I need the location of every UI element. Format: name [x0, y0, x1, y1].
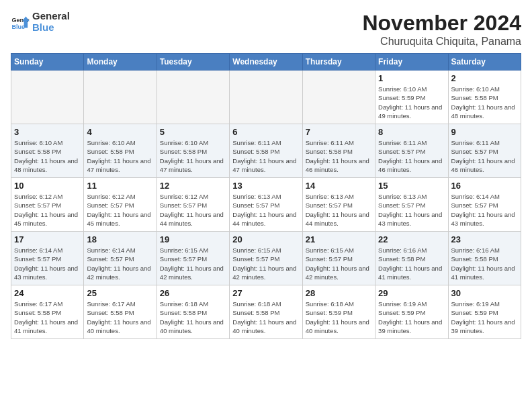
calendar-cell: 8Sunrise: 6:11 AM Sunset: 5:57 PM Daylig… [375, 124, 448, 178]
calendar-cell: 10Sunrise: 6:12 AM Sunset: 5:57 PM Dayli… [11, 178, 84, 232]
day-number: 20 [232, 234, 299, 244]
day-info: Sunrise: 6:18 AM Sunset: 5:58 PM Dayligh… [160, 300, 226, 335]
day-info: Sunrise: 6:19 AM Sunset: 5:59 PM Dayligh… [378, 300, 445, 335]
day-info: Sunrise: 6:15 AM Sunset: 5:57 PM Dayligh… [306, 246, 372, 281]
calendar-cell: 22Sunrise: 6:16 AM Sunset: 5:58 PM Dayli… [375, 232, 448, 285]
logo-icon: General Blue [11, 13, 30, 32]
weekday-header-sunday: Sunday [11, 54, 84, 71]
calendar-body: 1Sunrise: 6:10 AM Sunset: 5:59 PM Daylig… [11, 71, 521, 339]
day-number: 16 [451, 181, 518, 191]
calendar-cell [302, 71, 375, 124]
day-number: 15 [378, 181, 445, 191]
calendar-week-1: 1Sunrise: 6:10 AM Sunset: 5:59 PM Daylig… [11, 71, 521, 124]
day-info: Sunrise: 6:13 AM Sunset: 5:57 PM Dayligh… [232, 192, 299, 228]
calendar-header-row: SundayMondayTuesdayWednesdayThursdayFrid… [11, 54, 521, 71]
calendar-cell: 23Sunrise: 6:16 AM Sunset: 5:58 PM Dayli… [448, 232, 521, 285]
day-info: Sunrise: 6:14 AM Sunset: 5:57 PM Dayligh… [451, 192, 518, 228]
day-info: Sunrise: 6:11 AM Sunset: 5:57 PM Dayligh… [378, 138, 445, 174]
day-info: Sunrise: 6:10 AM Sunset: 5:58 PM Dayligh… [160, 138, 226, 174]
calendar-cell: 4Sunrise: 6:10 AM Sunset: 5:58 PM Daylig… [84, 124, 157, 178]
calendar-cell: 11Sunrise: 6:12 AM Sunset: 5:57 PM Dayli… [84, 178, 157, 232]
calendar-cell: 3Sunrise: 6:10 AM Sunset: 5:58 PM Daylig… [11, 124, 84, 178]
calendar-cell: 12Sunrise: 6:12 AM Sunset: 5:57 PM Dayli… [157, 178, 229, 232]
day-info: Sunrise: 6:13 AM Sunset: 5:57 PM Dayligh… [378, 192, 445, 228]
calendar-cell: 5Sunrise: 6:10 AM Sunset: 5:58 PM Daylig… [157, 124, 229, 178]
day-number: 24 [14, 288, 81, 298]
logo-blue: Blue [32, 22, 70, 34]
calendar-cell [157, 71, 229, 124]
day-info: Sunrise: 6:10 AM Sunset: 5:59 PM Dayligh… [378, 85, 445, 120]
day-info: Sunrise: 6:18 AM Sunset: 5:59 PM Dayligh… [306, 300, 372, 335]
calendar-cell: 21Sunrise: 6:15 AM Sunset: 5:57 PM Dayli… [302, 232, 375, 285]
day-number: 12 [160, 181, 226, 191]
day-info: Sunrise: 6:16 AM Sunset: 5:58 PM Dayligh… [378, 246, 445, 281]
calendar-week-4: 17Sunrise: 6:14 AM Sunset: 5:57 PM Dayli… [11, 232, 521, 285]
day-number: 17 [14, 234, 81, 244]
calendar-cell: 16Sunrise: 6:14 AM Sunset: 5:57 PM Dayli… [448, 178, 521, 232]
day-number: 14 [306, 181, 372, 191]
day-number: 28 [306, 288, 372, 298]
calendar-cell [11, 71, 84, 124]
day-info: Sunrise: 6:14 AM Sunset: 5:57 PM Dayligh… [14, 246, 81, 281]
day-info: Sunrise: 6:15 AM Sunset: 5:57 PM Dayligh… [160, 246, 226, 281]
day-info: Sunrise: 6:17 AM Sunset: 5:58 PM Dayligh… [14, 300, 81, 335]
day-info: Sunrise: 6:18 AM Sunset: 5:58 PM Dayligh… [232, 300, 299, 335]
calendar-cell: 30Sunrise: 6:19 AM Sunset: 5:59 PM Dayli… [448, 285, 521, 339]
calendar-cell: 18Sunrise: 6:14 AM Sunset: 5:57 PM Dayli… [84, 232, 157, 285]
calendar-cell: 17Sunrise: 6:14 AM Sunset: 5:57 PM Dayli… [11, 232, 84, 285]
day-info: Sunrise: 6:19 AM Sunset: 5:59 PM Dayligh… [451, 300, 518, 335]
calendar-cell: 28Sunrise: 6:18 AM Sunset: 5:59 PM Dayli… [302, 285, 375, 339]
day-number: 21 [306, 234, 372, 244]
day-info: Sunrise: 6:17 AM Sunset: 5:58 PM Dayligh… [87, 300, 153, 335]
calendar-cell: 9Sunrise: 6:11 AM Sunset: 5:57 PM Daylig… [448, 124, 521, 178]
day-number: 5 [160, 127, 226, 137]
calendar-week-2: 3Sunrise: 6:10 AM Sunset: 5:58 PM Daylig… [11, 124, 521, 178]
header: General Blue General Blue November 2024 … [11, 11, 521, 48]
calendar-cell: 20Sunrise: 6:15 AM Sunset: 5:57 PM Dayli… [230, 232, 302, 285]
calendar-cell: 25Sunrise: 6:17 AM Sunset: 5:58 PM Dayli… [84, 285, 157, 339]
month-title: November 2024 [362, 11, 521, 36]
weekday-header-wednesday: Wednesday [230, 54, 302, 71]
calendar-cell: 6Sunrise: 6:11 AM Sunset: 5:58 PM Daylig… [230, 124, 302, 178]
calendar-table: SundayMondayTuesdayWednesdayThursdayFrid… [11, 53, 521, 339]
title-area: November 2024 Churuquita Chiquita, Panam… [362, 11, 521, 48]
day-number: 7 [306, 127, 372, 137]
weekday-header-thursday: Thursday [302, 54, 375, 71]
day-number: 18 [87, 234, 153, 244]
day-number: 8 [378, 127, 445, 137]
calendar-cell: 14Sunrise: 6:13 AM Sunset: 5:57 PM Dayli… [302, 178, 375, 232]
day-number: 29 [378, 288, 445, 298]
logo-general: General [32, 11, 70, 22]
calendar-cell: 1Sunrise: 6:10 AM Sunset: 5:59 PM Daylig… [375, 71, 448, 124]
day-number: 11 [87, 181, 153, 191]
day-number: 22 [378, 234, 445, 244]
day-number: 6 [232, 127, 299, 137]
day-number: 26 [160, 288, 226, 298]
calendar-cell: 15Sunrise: 6:13 AM Sunset: 5:57 PM Dayli… [375, 178, 448, 232]
calendar-cell [84, 71, 157, 124]
day-info: Sunrise: 6:12 AM Sunset: 5:57 PM Dayligh… [87, 192, 153, 228]
calendar-cell: 19Sunrise: 6:15 AM Sunset: 5:57 PM Dayli… [157, 232, 229, 285]
day-number: 13 [232, 181, 299, 191]
weekday-header-friday: Friday [375, 54, 448, 71]
location-title: Churuquita Chiquita, Panama [362, 36, 521, 48]
day-info: Sunrise: 6:11 AM Sunset: 5:58 PM Dayligh… [232, 138, 299, 174]
day-info: Sunrise: 6:10 AM Sunset: 5:58 PM Dayligh… [14, 138, 81, 174]
day-info: Sunrise: 6:13 AM Sunset: 5:57 PM Dayligh… [306, 192, 372, 228]
day-info: Sunrise: 6:11 AM Sunset: 5:58 PM Dayligh… [306, 138, 372, 174]
calendar-cell: 29Sunrise: 6:19 AM Sunset: 5:59 PM Dayli… [375, 285, 448, 339]
day-number: 3 [14, 127, 81, 137]
day-info: Sunrise: 6:15 AM Sunset: 5:57 PM Dayligh… [232, 246, 299, 281]
day-number: 27 [232, 288, 299, 298]
weekday-header-tuesday: Tuesday [157, 54, 229, 71]
day-number: 9 [451, 127, 518, 137]
day-info: Sunrise: 6:12 AM Sunset: 5:57 PM Dayligh… [14, 192, 81, 228]
calendar-cell: 26Sunrise: 6:18 AM Sunset: 5:58 PM Dayli… [157, 285, 229, 339]
day-info: Sunrise: 6:11 AM Sunset: 5:57 PM Dayligh… [451, 138, 518, 174]
weekday-header-saturday: Saturday [448, 54, 521, 71]
calendar-week-5: 24Sunrise: 6:17 AM Sunset: 5:58 PM Dayli… [11, 285, 521, 339]
day-number: 23 [451, 234, 518, 244]
weekday-header-monday: Monday [84, 54, 157, 71]
day-number: 1 [378, 73, 445, 83]
day-info: Sunrise: 6:12 AM Sunset: 5:57 PM Dayligh… [160, 192, 226, 228]
